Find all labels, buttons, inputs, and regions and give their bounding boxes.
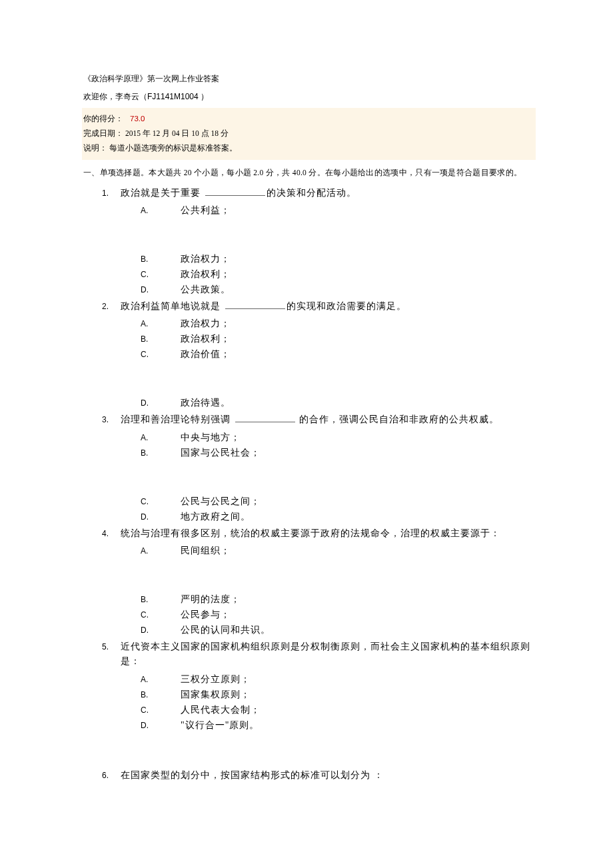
option-row: C.政治价值； — [102, 348, 533, 360]
option-row: C.公民参与； — [102, 609, 533, 621]
question-number: 4. — [102, 529, 121, 538]
option-row: C.政治权利； — [102, 268, 533, 280]
question-text: 在国家类型的划分中，按国家结构形式的标准可以划分为 ： — [121, 768, 384, 783]
question-block: 5.近代资本主义国家的国家机构组织原则是分权制衡原则，而社会主义国家机构的基本组… — [102, 640, 533, 768]
gap — [102, 364, 533, 397]
option-letter: A. — [141, 675, 181, 684]
welcome-line: 欢迎你，李奇云（FJ1141M1004 ） — [83, 91, 533, 103]
question-text: 统治与治理有很多区别，统治的权威主要源于政府的法规命令，治理的权威主要源于： — [121, 526, 500, 541]
option-letter: B. — [141, 334, 181, 344]
option-text: 地方政府之间。 — [181, 511, 251, 523]
doc-title: 《政治科学原理》第一次网上作业答案 — [83, 73, 533, 85]
option-letter: A. — [141, 433, 181, 442]
question-text-a: 政治利益简单地说就是 — [121, 301, 224, 311]
option-text: "议行合一"原则。 — [181, 719, 259, 731]
option-row: B.严明的法度； — [102, 594, 533, 606]
option-text: 政治权利； — [181, 268, 231, 280]
question-text-b: 的决策和分配活动。 — [267, 188, 356, 198]
question-text-b: 的合作，强调公民自治和非政府的公共权威。 — [297, 414, 500, 424]
gap — [102, 735, 533, 768]
question-text-b: 的实现和政治需要的满足。 — [287, 301, 406, 311]
question-number: 1. — [102, 189, 121, 198]
option-letter: A. — [141, 206, 181, 215]
option-text: 政治权力； — [181, 253, 231, 265]
fill-blank — [205, 195, 265, 196]
question-row: 1.政治就是关于重要 的决策和分配活动。 — [102, 186, 533, 201]
option-text: 政治待遇。 — [181, 397, 231, 409]
option-letter: C. — [141, 270, 181, 279]
question-text: 治理和善治理论特别强调 的合作，强调公民自治和非政府的公共权威。 — [121, 412, 499, 427]
question-row: 2.政治利益简单地说就是 的实现和政治需要的满足。 — [102, 299, 533, 314]
score-value: 73.0 — [130, 115, 145, 123]
fill-blank — [235, 422, 295, 422]
option-row: C.公民与公民之间； — [102, 496, 533, 508]
option-letter: B. — [141, 595, 181, 604]
question-row: 5.近代资本主义国家的国家机构组织原则是分权制衡原则，而社会主义国家机构的基本组… — [102, 640, 533, 669]
option-row: B.国家集权原则； — [102, 689, 533, 701]
option-text: 三权分立原则； — [181, 673, 251, 685]
question-text-a: 近代资本主义国家的国家机构组织原则是分权制衡原则，而社会主义国家机构的基本组织原… — [121, 642, 530, 666]
option-text: 人民代表大会制； — [181, 704, 261, 716]
option-text: 国家与公民社会； — [181, 447, 261, 459]
question-text-a: 政治就是关于重要 — [121, 188, 204, 198]
question-number: 6. — [102, 771, 121, 780]
option-text: 严明的法度； — [181, 594, 241, 606]
option-letter: D. — [141, 512, 181, 522]
option-row: A.三权分立原则； — [102, 673, 533, 685]
option-text: 公民的认同和共识。 — [181, 624, 271, 636]
question-text: 政治就是关于重要 的决策和分配活动。 — [121, 186, 356, 201]
score-info-box: 你的得分：73.0 完成日期： 2015 年 12 月 04 日 10 点 18… — [82, 108, 536, 160]
note-line: 说明： 每道小题选项旁的标识是标准答案。 — [83, 141, 533, 156]
option-text: 政治价值； — [181, 348, 231, 360]
option-row: C.人民代表大会制； — [102, 704, 533, 716]
option-letter: D. — [141, 626, 181, 635]
option-text: 民间组织； — [181, 545, 231, 557]
gap — [102, 220, 533, 253]
option-text: 政治权力； — [181, 318, 231, 330]
question-number: 2. — [102, 302, 121, 311]
question-number: 3. — [102, 415, 121, 424]
option-row: D.公共政策。 — [102, 284, 533, 296]
question-block: 1.政治就是关于重要 的决策和分配活动。A.公共利益；B.政治权力；C.政治权利… — [102, 186, 533, 296]
question-text-a: 治理和善治理论特别强调 — [121, 414, 234, 424]
option-row: B.政治权力； — [102, 253, 533, 265]
score-label: 你的得分： — [83, 115, 123, 123]
option-row: D.公民的认同和共识。 — [102, 624, 533, 636]
question-row: 3.治理和善治理论特别强调 的合作，强调公民自治和非政府的公共权威。 — [102, 412, 533, 427]
option-row: A.公共利益； — [102, 205, 533, 217]
question-text: 近代资本主义国家的国家机构组织原则是分权制衡原则，而社会主义国家机构的基本组织原… — [121, 640, 533, 669]
option-letter: C. — [141, 705, 181, 715]
option-text: 政治权利； — [181, 333, 231, 345]
option-row: D.政治待遇。 — [102, 397, 533, 409]
option-letter: B. — [141, 690, 181, 699]
welcome-suffix: ） — [199, 92, 209, 101]
option-letter: C. — [141, 350, 181, 359]
option-letter: D. — [141, 721, 181, 730]
welcome-prefix: 欢迎你，李奇云（ — [83, 92, 147, 101]
completion-date: 完成日期： 2015 年 12 月 04 日 10 点 18 分 — [83, 127, 533, 141]
option-letter: A. — [141, 319, 181, 328]
question-block: 6.在国家类型的划分中，按国家结构形式的标准可以划分为 ： — [102, 768, 533, 783]
option-row: A.政治权力； — [102, 318, 533, 330]
questions-container: 1.政治就是关于重要 的决策和分配活动。A.公共利益；B.政治权力；C.政治权利… — [83, 186, 533, 783]
question-block: 4.统治与治理有很多区别，统治的权威主要源于政府的法规命令，治理的权威主要源于：… — [102, 526, 533, 636]
option-letter: D. — [141, 398, 181, 408]
option-text: 公共政策。 — [181, 284, 231, 296]
welcome-id: FJ1141M1004 — [147, 92, 199, 101]
question-text: 政治利益简单地说就是 的实现和政治需要的满足。 — [121, 299, 406, 314]
gap — [102, 462, 533, 496]
option-row: A.民间组织； — [102, 545, 533, 557]
section-intro: 一、单项选择题。本大题共 20 个小题，每小题 2.0 分，共 40.0 分。在… — [83, 168, 533, 178]
option-text: 公民参与； — [181, 609, 231, 621]
question-number: 5. — [102, 642, 121, 651]
option-row: A.中央与地方； — [102, 432, 533, 444]
option-letter: C. — [141, 497, 181, 506]
option-letter: B. — [141, 254, 181, 264]
option-letter: A. — [141, 546, 181, 556]
option-row: D."议行合一"原则。 — [102, 719, 533, 731]
option-row: D.地方政府之间。 — [102, 511, 533, 523]
option-text: 中央与地方； — [181, 432, 241, 444]
fill-blank — [225, 308, 285, 309]
option-text: 国家集权原则； — [181, 689, 251, 701]
question-block: 2.政治利益简单地说就是 的实现和政治需要的满足。A.政治权力；B.政治权利；C… — [102, 299, 533, 409]
